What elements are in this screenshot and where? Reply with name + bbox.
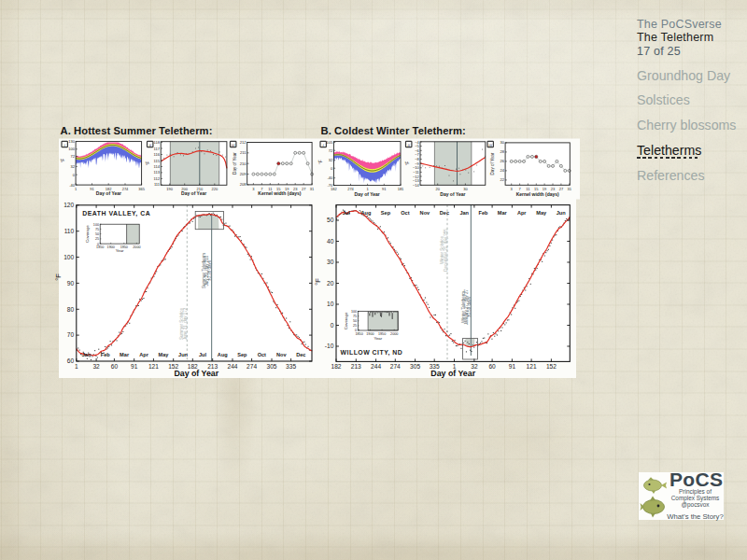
svg-text:116: 116 xyxy=(154,152,161,157)
svg-text:Year: Year xyxy=(374,336,382,341)
svg-text:113: 113 xyxy=(154,170,161,175)
svg-text:−4: −4 xyxy=(415,140,419,145)
svg-text:40: 40 xyxy=(327,238,334,245)
svg-text:DEATH VALLEY, CA: DEATH VALLEY, CA xyxy=(82,210,150,217)
svg-text:90: 90 xyxy=(67,280,75,287)
svg-text:Day of Year: Day of Year xyxy=(96,190,121,196)
svg-text:212: 212 xyxy=(240,140,247,145)
svg-text:-40: -40 xyxy=(69,183,76,188)
svg-text:-70: -70 xyxy=(327,183,333,188)
svg-text:100: 100 xyxy=(63,254,74,260)
svg-text:75: 75 xyxy=(353,315,357,318)
svg-text:80: 80 xyxy=(67,306,75,313)
svg-text:Day of Year: Day of Year xyxy=(233,152,237,175)
svg-text:209: 209 xyxy=(240,172,247,176)
svg-text:°F: °F xyxy=(318,160,323,164)
svg-text:Coverage: Coverage xyxy=(344,312,348,329)
svg-text:−11: −11 xyxy=(413,170,419,175)
svg-text:Mar: Mar xyxy=(120,352,130,357)
svg-text:72: 72 xyxy=(71,154,76,159)
svg-text:210: 210 xyxy=(240,161,247,166)
svg-text:50: 50 xyxy=(353,319,357,323)
svg-text:Oct: Oct xyxy=(401,210,409,216)
svg-text:335: 335 xyxy=(286,363,296,370)
svg-text:Sep: Sep xyxy=(237,352,247,357)
svg-text:211: 211 xyxy=(240,150,247,155)
svg-text:−13: −13 xyxy=(413,178,420,183)
svg-text:1900: 1900 xyxy=(366,332,374,336)
svg-text:112: 112 xyxy=(154,176,161,181)
svg-text:Oct: Oct xyxy=(258,352,266,357)
svg-text:WILLOW CITY, ND: WILLOW CITY, ND xyxy=(341,349,403,357)
svg-text:1: 1 xyxy=(75,363,78,370)
svg-text:Day of Year: Day of Year xyxy=(181,190,206,196)
svg-text:274: 274 xyxy=(390,363,401,370)
svg-text:1950: 1950 xyxy=(378,332,386,336)
svg-text:Feb: Feb xyxy=(101,352,111,357)
svg-text:105: 105 xyxy=(327,140,333,145)
svg-text:111: 111 xyxy=(154,182,161,187)
svg-text:305: 305 xyxy=(410,363,420,370)
svg-text:°F: °F xyxy=(405,161,410,165)
svg-text:Day of Year: Day of Year xyxy=(174,369,218,378)
svg-text:121: 121 xyxy=(527,363,537,370)
svg-text:−10: −10 xyxy=(413,165,420,170)
svg-text:0: 0 xyxy=(331,322,334,329)
svg-text:Mar: Mar xyxy=(498,210,508,216)
svg-text:-40: -40 xyxy=(327,175,333,180)
svg-text:274: 274 xyxy=(347,187,354,191)
svg-text:Kernel width (days): Kernel width (days) xyxy=(258,190,301,196)
svg-text:27: 27 xyxy=(302,187,306,191)
svg-text:30: 30 xyxy=(327,259,334,265)
svg-text:118: 118 xyxy=(154,140,161,145)
svg-text:100: 100 xyxy=(93,223,99,227)
svg-text:27: 27 xyxy=(559,187,564,191)
svg-text:72: 72 xyxy=(329,148,333,153)
svg-text:2000: 2000 xyxy=(390,332,398,336)
svg-text:Jan: Jan xyxy=(82,352,92,357)
svg-text:Aug: Aug xyxy=(218,352,228,357)
svg-text:Feb: Feb xyxy=(479,210,489,216)
svg-text:100: 100 xyxy=(68,147,75,151)
svg-text:114: 114 xyxy=(154,164,161,169)
svg-text:−5: −5 xyxy=(415,144,419,148)
svg-text:305: 305 xyxy=(266,363,276,370)
svg-text:110: 110 xyxy=(64,228,75,234)
svg-text:May: May xyxy=(536,210,547,216)
svg-text:91: 91 xyxy=(131,363,138,370)
svg-text:Jun: Jun xyxy=(178,352,189,357)
svg-text:Day of Year: Day of Year xyxy=(440,191,465,197)
svg-text:June 21, day 172: June 21, day 172 xyxy=(183,307,188,340)
svg-text:115: 115 xyxy=(154,159,161,163)
svg-text:22: 22 xyxy=(500,177,504,182)
svg-text:°F: °F xyxy=(54,273,63,281)
svg-text:−14: −14 xyxy=(413,183,420,188)
svg-text:50: 50 xyxy=(327,217,334,223)
svg-text:Nov: Nov xyxy=(276,352,287,357)
svg-text:182: 182 xyxy=(331,363,341,370)
svg-text:60: 60 xyxy=(488,363,496,370)
svg-text:25: 25 xyxy=(353,324,357,328)
svg-text:Day of Year: Day of Year xyxy=(430,369,475,378)
svg-text:30: 30 xyxy=(500,140,504,145)
svg-text:Jul: Jul xyxy=(199,352,207,357)
svg-text:Apr: Apr xyxy=(517,210,527,216)
svg-text:−6: −6 xyxy=(415,148,419,153)
svg-text:±0.38 days: ±0.38 days xyxy=(207,259,212,281)
svg-text:100: 100 xyxy=(351,310,357,314)
svg-text:190: 190 xyxy=(166,187,173,191)
svg-text:°F: °F xyxy=(61,158,65,162)
svg-text:°F: °F xyxy=(146,161,150,165)
svg-text:Jan: Jan xyxy=(459,210,469,216)
svg-text:28: 28 xyxy=(500,149,504,154)
svg-text:274: 274 xyxy=(247,363,257,370)
svg-text:152: 152 xyxy=(546,363,557,370)
svg-text:208: 208 xyxy=(240,182,247,187)
svg-text:120: 120 xyxy=(63,202,74,208)
svg-text:May: May xyxy=(159,352,170,357)
svg-text:32: 32 xyxy=(329,158,333,162)
svg-text:−7: −7 xyxy=(415,152,419,157)
svg-text:±0.59 days: ±0.59 days xyxy=(467,296,472,317)
svg-text:220: 220 xyxy=(211,187,218,191)
svg-text:75: 75 xyxy=(95,228,99,231)
